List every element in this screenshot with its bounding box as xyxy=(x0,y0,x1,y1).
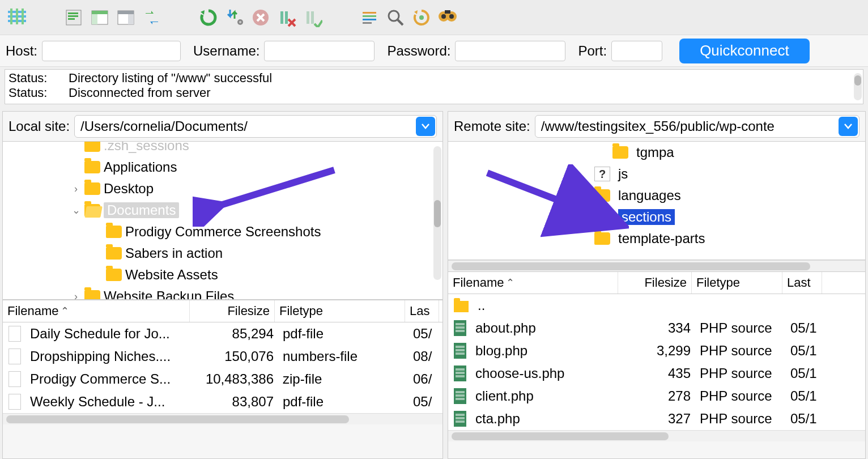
port-input[interactable] xyxy=(611,41,662,61)
svg-point-33 xyxy=(449,14,454,19)
file-row[interactable]: Daily Schedule for Jo... 85,294 pdf-file… xyxy=(3,322,442,345)
file-row[interactable]: choose-us.php 435 PHP source 05/1 xyxy=(448,362,865,385)
tree-item[interactable]: Prodigy Commerce Screenshots xyxy=(3,221,442,243)
tree-item[interactable]: Applications xyxy=(3,156,442,178)
file-modified: 06/ xyxy=(409,371,442,387)
sync-browse-icon[interactable] xyxy=(436,6,459,29)
folder-icon xyxy=(84,141,100,152)
file-modified: 05/1 xyxy=(786,388,826,404)
file-size: 334 xyxy=(622,320,695,336)
php-file-icon xyxy=(454,388,466,404)
local-tree[interactable]: .zsh_sessionsApplications›Desktop⌄Docume… xyxy=(3,141,442,300)
site-manager-icon[interactable] xyxy=(6,6,28,29)
file-row[interactable]: Prodigy Commerce S... 10,483,386 zip-fil… xyxy=(3,368,442,390)
chevron-down-icon[interactable] xyxy=(416,117,435,136)
tree-item-label: Desktop xyxy=(104,181,154,197)
svg-rect-34 xyxy=(445,10,450,14)
expand-chevron-icon[interactable]: › xyxy=(71,291,81,300)
local-list-header[interactable]: Filename⌃ Filesize Filetype Las xyxy=(3,300,442,322)
process-queue-icon[interactable] xyxy=(223,6,246,29)
local-file-list[interactable]: Daily Schedule for Jo... 85,294 pdf-file… xyxy=(3,322,442,413)
compare-icon[interactable] xyxy=(410,6,433,29)
tree-scrollbar[interactable] xyxy=(433,146,441,280)
tree-item[interactable]: Sabers in action xyxy=(3,243,442,264)
svg-rect-12 xyxy=(92,14,97,24)
search-icon[interactable] xyxy=(384,6,407,29)
file-modified: 05/ xyxy=(409,326,442,342)
file-type: PHP source xyxy=(695,343,786,359)
file-size: 435 xyxy=(622,366,695,381)
username-input[interactable] xyxy=(264,41,375,61)
file-icon xyxy=(8,394,21,410)
toggle-local-tree-icon[interactable] xyxy=(88,6,111,29)
quickconnect-button[interactable]: Quickconnect xyxy=(679,39,810,63)
tree-item-label: Website Backup Files xyxy=(104,288,234,300)
file-row[interactable]: about.php 334 PHP source 05/1 xyxy=(448,317,865,339)
disconnect-icon[interactable] xyxy=(275,6,298,29)
tree-item[interactable]: Website Assets xyxy=(3,264,442,286)
host-input[interactable] xyxy=(42,41,181,61)
file-type: PHP source xyxy=(695,388,786,404)
tree-item[interactable]: template-parts xyxy=(448,228,865,249)
local-path-combo[interactable]: /Users/cornelia/Documents/ xyxy=(74,115,437,138)
toggle-remote-tree-icon[interactable] xyxy=(114,6,137,29)
svg-rect-20 xyxy=(285,11,288,24)
local-path-text: /Users/cornelia/Documents/ xyxy=(80,118,248,134)
file-modified: 05/1 xyxy=(786,320,826,336)
file-type: numbers-file xyxy=(278,348,409,364)
filter-icon[interactable] xyxy=(358,6,381,29)
file-row[interactable]: .. xyxy=(448,294,865,317)
file-row[interactable]: Weekly Schedule - J... 83,807 pdf-file 0… xyxy=(3,390,442,413)
file-row[interactable]: client.php 278 PHP source 05/1 xyxy=(448,385,865,407)
file-name: about.php xyxy=(471,320,622,336)
svg-rect-23 xyxy=(363,12,376,14)
remote-tree[interactable]: tgmpa?jslanguagessectionstemplate-parts xyxy=(448,141,865,260)
tree-item[interactable]: ›Website Backup Files xyxy=(3,286,442,300)
svg-rect-4 xyxy=(16,8,18,24)
file-name: Daily Schedule for Jo... xyxy=(25,326,193,342)
file-row[interactable]: Dropshipping Niches.... 150,076 numbers-… xyxy=(3,345,442,368)
file-type: zip-file xyxy=(278,371,409,387)
file-row[interactable]: cta.php 327 PHP source 05/1 xyxy=(448,407,865,430)
file-row[interactable]: blog.php 3,299 PHP source 05/1 xyxy=(448,339,865,362)
tree-item[interactable]: ⌄Documents xyxy=(3,199,442,221)
local-hscrollbar[interactable] xyxy=(3,413,442,424)
toggle-log-icon[interactable] xyxy=(62,6,85,29)
toggle-queue-icon[interactable] xyxy=(141,6,163,29)
svg-point-17 xyxy=(239,21,241,23)
file-type: PHP source xyxy=(695,411,786,427)
reconnect-icon[interactable] xyxy=(301,6,324,29)
remote-hscrollbar[interactable] xyxy=(448,430,865,441)
remote-file-list[interactable]: .. about.php 334 PHP source 05/1 blog.ph… xyxy=(448,294,865,430)
tree-item-label: Prodigy Commerce Screenshots xyxy=(125,224,321,240)
file-size: 327 xyxy=(622,411,695,427)
refresh-icon[interactable] xyxy=(197,6,220,29)
file-type: PHP source xyxy=(695,366,786,381)
remote-tree-hscrollbar[interactable] xyxy=(448,260,865,271)
tree-item[interactable]: sections xyxy=(448,206,865,228)
tree-item[interactable]: .zsh_sessions xyxy=(3,141,442,156)
tree-item-label: js xyxy=(618,166,628,182)
expand-chevron-icon[interactable]: › xyxy=(71,183,81,195)
password-input[interactable] xyxy=(455,41,565,61)
svg-rect-22 xyxy=(311,11,314,24)
chevron-down-icon[interactable] xyxy=(839,117,858,136)
file-size: 10,483,386 xyxy=(193,371,278,387)
tree-item-label: .zsh_sessions xyxy=(104,141,189,154)
remote-path-combo[interactable]: /www/testingsitex_556/public/wp-conte xyxy=(535,115,860,138)
tree-item[interactable]: ?js xyxy=(448,163,865,185)
status-scrollbar[interactable] xyxy=(854,73,862,100)
file-name: client.php xyxy=(471,388,622,404)
tree-item[interactable]: languages xyxy=(448,185,865,206)
remote-list-header[interactable]: Filename⌃ Filesize Filetype Last xyxy=(448,271,865,294)
remote-site-label: Remote site: xyxy=(454,118,530,134)
tree-item[interactable]: ›Desktop xyxy=(3,178,442,199)
folder-icon xyxy=(612,146,628,159)
expand-chevron-icon[interactable]: ⌄ xyxy=(71,204,81,216)
cancel-icon[interactable] xyxy=(249,6,272,29)
status-line: Status: Disconnected from server xyxy=(8,86,860,100)
port-label: Port: xyxy=(578,43,607,59)
folder-icon xyxy=(454,301,469,312)
tree-item[interactable]: tgmpa xyxy=(448,142,865,163)
svg-rect-8 xyxy=(68,15,78,17)
